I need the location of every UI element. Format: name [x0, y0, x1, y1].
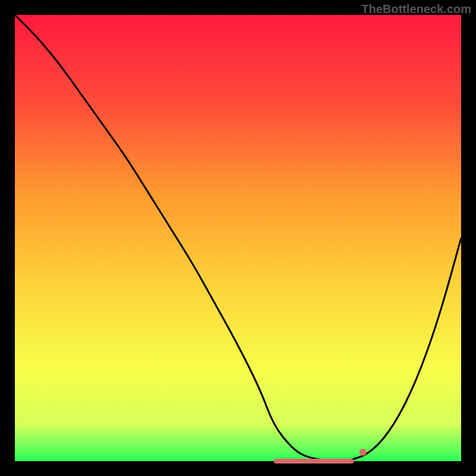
chart-container: TheBottleneck.com	[0, 0, 476, 476]
marker-dot	[359, 449, 367, 456]
watermark-text: TheBottleneck.com	[362, 2, 471, 16]
curve-line	[15, 15, 461, 461]
optimal-range-band	[274, 459, 354, 464]
plot-area	[15, 15, 461, 461]
